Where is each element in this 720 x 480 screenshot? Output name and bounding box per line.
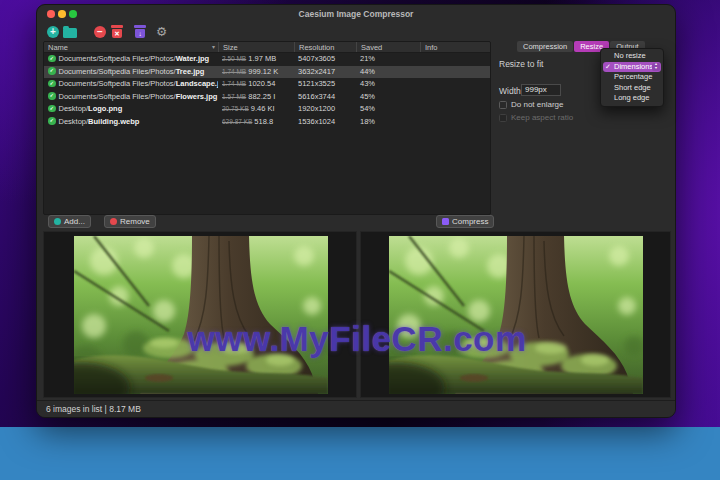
file-path: Documents/Softpedia Files/Photos/ (59, 79, 176, 88)
new-size: 1020.54 (248, 79, 275, 88)
file-path: Documents/Softpedia Files/Photos/ (59, 67, 176, 76)
new-size: 518.8 (254, 117, 273, 126)
move-to-trash-button[interactable]: ↓ (133, 25, 147, 39)
menu-item-no-resize[interactable]: No resize (603, 51, 661, 62)
original-image-preview (74, 236, 328, 394)
remove-file-button[interactable]: − (93, 25, 107, 39)
clear-list-button[interactable]: ✕ (110, 25, 124, 39)
resolution-value: 5407x3605 (294, 53, 356, 66)
compress-square-icon (442, 218, 449, 225)
checkbox-icon (499, 114, 507, 122)
keep-aspect-ratio-label: Keep aspect ratio (511, 113, 573, 122)
remove-dot-icon (110, 218, 117, 225)
trash-x-icon: ✕ (111, 25, 123, 38)
original-size: 20.75 KB (222, 105, 249, 112)
file-name: Tree.jpg (176, 67, 205, 76)
table-row[interactable]: ✓Desktop/Building.webp 629.87 KB518.8 15… (44, 116, 490, 129)
open-folder-button[interactable] (63, 25, 77, 39)
file-name: Flowers.jpg (176, 92, 218, 101)
file-path: Desktop/ (59, 117, 89, 126)
info-cell (420, 53, 490, 66)
title-bar[interactable]: Caesium Image Compressor (37, 5, 675, 21)
column-header-resolution[interactable]: Resolution (294, 42, 356, 52)
column-header-name[interactable]: Name▾ (44, 42, 218, 52)
width-input[interactable]: 999px (521, 84, 561, 96)
preview-pane-compressed[interactable] (360, 231, 671, 398)
resolution-value: 5616x3744 (294, 91, 356, 104)
check-circle-icon: ✓ (48, 55, 56, 63)
original-size: 629.87 KB (222, 118, 252, 125)
compress-button-label: Compress (452, 217, 488, 226)
saved-percent: 44% (356, 66, 420, 79)
file-table: Name▾ Size Resolution Saved Info ✓Docume… (43, 41, 491, 215)
column-header-saved[interactable]: Saved (356, 42, 420, 52)
info-cell (420, 116, 490, 129)
status-text: 6 images in list | 8.17 MB (46, 404, 141, 414)
saved-percent: 54% (356, 103, 420, 116)
file-name: Water.jpg (176, 54, 209, 63)
menu-item-percentage[interactable]: Percentage (603, 72, 661, 83)
table-row[interactable]: ✓Documents/Softpedia Files/Photos/Water.… (44, 53, 490, 66)
info-cell (420, 91, 490, 104)
menu-item-dimensions[interactable]: ✓ Dimensions ▲▼ (603, 62, 661, 73)
add-files-button[interactable]: + (46, 25, 60, 39)
remove-button[interactable]: Remove (104, 215, 156, 228)
table-header: Name▾ Size Resolution Saved Info (44, 42, 490, 53)
column-header-info[interactable]: Info (420, 42, 490, 52)
resolution-value: 3632x2417 (294, 66, 356, 79)
stepper-icon[interactable]: ▲▼ (652, 63, 660, 72)
file-name: Logo.png (88, 104, 122, 113)
do-not-enlarge-row[interactable]: Do not enlarge (499, 100, 563, 109)
saved-percent: 18% (356, 116, 420, 129)
checkmark-icon: ✓ (605, 62, 611, 73)
new-size: 1.97 MB (248, 54, 276, 63)
file-name: Landscape.jpg (176, 79, 218, 88)
check-circle-icon: ✓ (48, 80, 56, 88)
saved-percent: 21% (356, 53, 420, 66)
table-row-selected[interactable]: ✓Documents/Softpedia Files/Photos/Tree.j… (44, 66, 490, 79)
keep-aspect-ratio-row: Keep aspect ratio (499, 113, 573, 122)
add-dot-icon (54, 218, 61, 225)
wallpaper-blue-band (0, 427, 720, 480)
info-cell (420, 103, 490, 116)
table-row[interactable]: ✓Desktop/Logo.png 20.75 KB9.46 KI 1920x1… (44, 103, 490, 116)
tab-compression[interactable]: Compression (517, 41, 573, 52)
original-size: 1.74 MB (222, 80, 246, 87)
width-label: Width (499, 86, 521, 96)
new-size: 999.12 K (248, 67, 278, 76)
check-circle-icon: ✓ (48, 92, 56, 100)
compress-button[interactable]: Compress (436, 215, 494, 228)
app-window: Caesium Image Compressor + − ✕ ↓ ⚙ Name▾… (36, 4, 676, 418)
window-title: Caesium Image Compressor (37, 9, 675, 19)
compressed-image-preview (389, 236, 643, 394)
check-circle-icon: ✓ (48, 105, 56, 113)
add-button[interactable]: Add... (48, 215, 91, 228)
new-size: 882.25 I (248, 92, 275, 101)
table-row[interactable]: ✓Documents/Softpedia Files/Photos/Flower… (44, 91, 490, 104)
toolbar: + − ✕ ↓ ⚙ (37, 21, 675, 43)
resolution-value: 1920x1200 (294, 103, 356, 116)
file-name: Building.webp (88, 117, 139, 126)
column-header-size[interactable]: Size (218, 42, 294, 52)
info-cell (420, 78, 490, 91)
minus-circle-icon: − (94, 26, 106, 38)
new-size: 9.46 KI (251, 104, 275, 113)
table-row[interactable]: ✓Documents/Softpedia Files/Photos/Landsc… (44, 78, 490, 91)
original-size: 1.57 MB (222, 93, 246, 100)
original-size: 2.50 MB (222, 55, 246, 62)
file-path: Desktop/ (59, 104, 89, 113)
status-bar: 6 images in list | 8.17 MB (37, 400, 675, 417)
menu-item-long-edge[interactable]: Long edge (603, 93, 661, 104)
saved-percent: 43% (356, 78, 420, 91)
settings-button[interactable]: ⚙ (156, 25, 170, 39)
check-circle-icon: ✓ (48, 67, 56, 75)
original-size: 1.74 MB (222, 68, 246, 75)
file-path: Documents/Softpedia Files/Photos/ (59, 92, 176, 101)
trash-arrow-icon: ↓ (134, 25, 146, 38)
checkbox-icon[interactable] (499, 101, 507, 109)
resolution-value: 1536x1024 (294, 116, 356, 129)
resolution-value: 5121x3525 (294, 78, 356, 91)
preview-pane-original[interactable] (43, 231, 357, 398)
menu-item-short-edge[interactable]: Short edge (603, 83, 661, 94)
check-circle-icon: ✓ (48, 117, 56, 125)
